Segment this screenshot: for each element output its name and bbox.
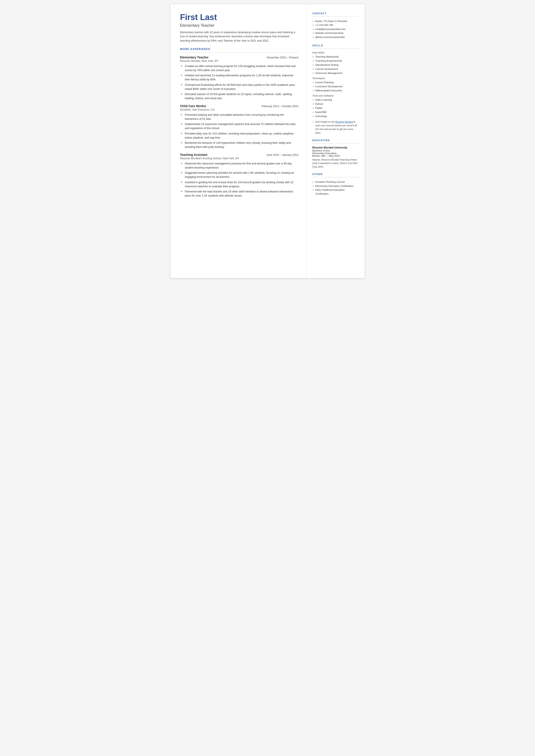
list-item: Educated classes of 19 first-grade stude… [181, 92, 298, 100]
hard-skills-label: Hard Skills: [312, 51, 358, 54]
contact-address: Austin, TX (Open to Remote) [312, 19, 358, 23]
job-3-header: Teaching Assistant June 2010 – January 2… [180, 153, 298, 156]
resume-page: First Last Elementary Teacher Elementary… [171, 4, 365, 278]
skill-item: Teaching (Advanced) [312, 55, 358, 59]
skill-item: Classroom Management [312, 71, 358, 75]
job-3: Teaching Assistant June 2010 – January 2… [180, 153, 298, 198]
edu-school: Resume Worded University [312, 146, 358, 149]
summary-text: Elementary teacher with 10 years of expe… [180, 30, 298, 43]
education-title: EDUCATION [312, 139, 358, 142]
contact-email: email@resumeworded.com [312, 27, 358, 31]
skill-item: Differentiated Instruction [312, 89, 358, 93]
skill-item: Padlet [312, 106, 358, 110]
skills-section: SKILLS Hard Skills: Teaching (Advanced) … [312, 44, 358, 135]
list-item: Provided daily care for 123 children, in… [181, 132, 298, 140]
contact-linkedin[interactable]: linkedin.com/in/username [312, 31, 358, 35]
job-2: Child Care Worker February 2013 – Octobe… [180, 104, 298, 149]
job-3-title: Teaching Assistant [180, 153, 208, 156]
job-1-dates: November 2015 – Present [267, 56, 298, 59]
skill-item: Kahoot [312, 102, 358, 106]
work-experience-section: WORK EXPERIENCE Elementary Teacher Novem… [180, 48, 298, 198]
list-item: Championed fundraising efforts for 36 fi… [181, 83, 298, 91]
job-1-bullets: Created an after-school tutoring program… [180, 64, 298, 100]
job-1: Elementary Teacher November 2015 – Prese… [180, 56, 298, 100]
contact-title: CONTACT [312, 12, 358, 14]
skill-item: Coaching (Experienced) [312, 59, 358, 63]
left-column: First Last Elementary Teacher Elementary… [171, 4, 306, 278]
job-2-bullets: Prevented bullying and other unsuitable … [180, 113, 298, 149]
other-section: OTHER Growthsi Teaching License Elementa… [312, 173, 358, 196]
other-item-2: Elementary Education Certification. [312, 184, 358, 188]
skills-promo-note: Don't forget to use Resume Worded to sca… [312, 120, 358, 135]
skill-item: Lesson Planning [312, 80, 358, 84]
education-divider [312, 143, 358, 144]
list-item: Suggested lesson planning activities for… [181, 171, 298, 179]
list-item: Prevented bullying and other unsuitable … [181, 113, 298, 121]
candidate-name: First Last [180, 13, 298, 22]
list-item: Partnered with the lead teacher and 18 o… [181, 190, 298, 198]
edu-location: Boston, MA — May 2010 [312, 154, 358, 157]
skill-item: Schoology [312, 114, 358, 118]
list-item: Implemented 14 classroom management syst… [181, 122, 298, 130]
skill-item: Learner Assessment [312, 67, 358, 71]
job-3-company: Resume Worded's Exciting School, New Yor… [180, 157, 298, 160]
list-item: Monitored the behavior of 140 hyperactiv… [181, 141, 298, 149]
skill-item: Standardized Testing [312, 63, 358, 67]
edu-awards: Awards: Resume Worded Teaching Fellow (o… [312, 158, 358, 169]
job-3-bullets: Observed the classroom management practi… [180, 162, 298, 198]
contact-phone: +1-234-456-789 [312, 23, 358, 27]
right-column: CONTACT Austin, TX (Open to Remote) +1-2… [306, 4, 365, 278]
skill-item: Haiku Learning [312, 98, 358, 102]
job-1-header: Elementary Teacher November 2015 – Prese… [180, 56, 298, 59]
list-item: Observed the classroom management practi… [181, 162, 298, 170]
contact-github[interactable]: github.com/resumeworded [312, 35, 358, 39]
job-1-title: Elementary Teacher [180, 56, 209, 59]
job-2-dates: February 2013 – October 2015 [262, 105, 298, 108]
job-1-company: Resume Worded, New York, NY [180, 60, 298, 63]
job-3-dates: June 2010 – January 2013 [266, 154, 298, 156]
skill-item: EasyCBM [312, 110, 358, 114]
edu-field: Elementary Education [312, 152, 358, 154]
skills-divider [312, 48, 358, 49]
education-section: EDUCATION Resume Worded University Bache… [312, 139, 358, 169]
techniques-label: Techniques: [312, 77, 358, 79]
other-item-1: Growthsi Teaching License [312, 180, 358, 184]
list-item: Assisted in grading the end-of-year test… [181, 181, 298, 188]
tools-label: Tools and Software: [312, 95, 358, 97]
job-2-header: Child Care Worker February 2013 – Octobe… [180, 104, 298, 108]
skills-note-prefix: Don't forget to use [316, 121, 335, 123]
work-divider [180, 52, 298, 53]
list-item: Created an after-school tutoring program… [181, 64, 298, 72]
resume-worded-link[interactable]: Resume Worded [335, 121, 353, 123]
skill-item: Curriculum Development [312, 84, 358, 89]
skills-title: SKILLS [312, 44, 358, 47]
other-item-3: Early Childhood Education Certification. [312, 188, 358, 196]
job-title: Elementary Teacher [180, 23, 298, 28]
job-2-company: Growthsi, San Francisco, CA [180, 108, 298, 111]
edu-degree: Bachelor of Arts [312, 149, 358, 152]
work-experience-title: WORK EXPERIENCE [180, 48, 298, 51]
other-title: OTHER [312, 173, 358, 176]
job-2-title: Child Care Worker [180, 104, 207, 108]
list-item: Initiated and launched 13 reading interv… [181, 73, 298, 82]
contact-section: CONTACT Austin, TX (Open to Remote) +1-2… [312, 12, 358, 39]
